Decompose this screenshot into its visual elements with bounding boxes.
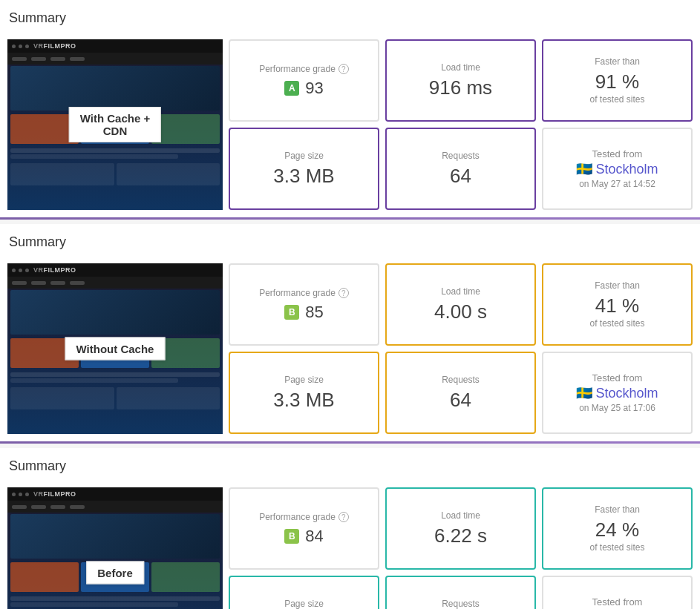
- faster-than-value: 91 %: [595, 71, 639, 93]
- section-title-with-cache-cdn: Summary: [0, 7, 700, 32]
- load-time-value: 6.22 s: [434, 525, 487, 547]
- faster-than-card-with-cache-cdn: Faster than 91 % of tested sites: [542, 39, 693, 122]
- faster-than-sub: of tested sites: [589, 542, 644, 553]
- faster-than-label: Faster than: [595, 280, 640, 291]
- section-without-cache: Summary VRFILMPRO: [0, 224, 700, 444]
- page-size-value: 3.3 MB: [273, 165, 334, 187]
- faster-than-sub: of tested sites: [589, 318, 644, 329]
- perf-grade-card-without-cache: Performance grade ? B 85: [229, 263, 379, 346]
- thumbnail-label-with-cache-cdn: With Cache + CDN: [69, 107, 161, 142]
- faster-than-label: Faster than: [595, 56, 640, 67]
- load-time-card-with-cache-cdn: Load time 916 ms: [385, 39, 536, 122]
- perf-grade-label: Performance grade ?: [259, 288, 349, 298]
- tested-from-card-without-cache: Tested from 🇸🇪 Stockholm on May 25 at 17…: [542, 352, 693, 434]
- tested-city: 🇸🇪 Stockholm: [576, 161, 658, 177]
- metrics-row-without-cache: VRFILMPRO Without Cach: [0, 256, 700, 441]
- perf-grade-label: Performance grade ?: [259, 512, 349, 522]
- tested-date: on May 27 at 14:52: [579, 179, 655, 189]
- perf-grade-value: B 84: [284, 527, 323, 546]
- metrics-grid-before: Performance grade ? B 84 Load time 6.22 …: [229, 487, 693, 609]
- requests-card-before: Requests 80: [385, 576, 536, 609]
- load-time-value: 916 ms: [429, 77, 492, 99]
- tested-from-label: Tested from: [592, 372, 643, 383]
- section-title-before: Summary: [0, 455, 700, 480]
- perf-score: 85: [305, 303, 323, 322]
- requests-card-with-cache-cdn: Requests 64: [385, 128, 536, 210]
- grade-badge: B: [284, 529, 299, 544]
- thumbnail-label-without-cache: Without Cache: [65, 338, 166, 361]
- tested-from-card-before: Tested from 🇸🇪 Stockholm on May 16 at 22…: [542, 576, 693, 609]
- page-size-label: Page size: [284, 599, 324, 609]
- tested-from-label: Tested from: [592, 596, 643, 608]
- tested-from-card-with-cache-cdn: Tested from 🇸🇪 Stockholm on May 27 at 14…: [542, 128, 693, 210]
- section-title-without-cache: Summary: [0, 231, 700, 256]
- faster-than-card-without-cache: Faster than 41 % of tested sites: [542, 263, 693, 346]
- tested-from-label: Tested from: [592, 148, 643, 159]
- metrics-grid-with-cache-cdn: Performance grade ? A 93 Load time 916 m…: [229, 39, 693, 210]
- faster-than-value: 41 %: [595, 295, 639, 317]
- load-time-value: 4.00 s: [434, 301, 487, 323]
- perf-score: 84: [305, 527, 323, 546]
- metrics-grid-without-cache: Performance grade ? B 85 Load time 4.00 …: [229, 263, 693, 434]
- perf-grade-help-icon[interactable]: ?: [338, 288, 349, 298]
- faster-than-card-before: Faster than 24 % of tested sites: [542, 487, 693, 570]
- page-size-card-with-cache-cdn: Page size 3.3 MB: [229, 128, 379, 210]
- section-divider-without-cache: [0, 441, 700, 444]
- perf-grade-value: A 93: [284, 79, 323, 98]
- requests-value: 64: [450, 389, 471, 411]
- requests-card-without-cache: Requests 64: [385, 352, 536, 434]
- thumbnail-with-cache-cdn: VRFILMPRO With Cache +: [7, 39, 223, 210]
- page-size-card-before: Page size 7.2 MB: [229, 576, 379, 609]
- perf-score: 93: [305, 79, 323, 98]
- perf-grade-value: B 85: [284, 303, 323, 322]
- perf-grade-help-icon[interactable]: ?: [338, 64, 349, 74]
- section-divider-with-cache-cdn: [0, 217, 700, 220]
- load-time-label: Load time: [441, 62, 480, 73]
- page-size-label: Page size: [284, 151, 324, 161]
- faster-than-label: Faster than: [595, 504, 640, 515]
- metrics-row-with-cache-cdn: VRFILMPRO With Cache +: [0, 32, 700, 217]
- grade-badge: B: [284, 305, 299, 320]
- requests-label: Requests: [442, 375, 480, 385]
- perf-grade-label: Performance grade ?: [259, 64, 349, 74]
- grade-badge: A: [284, 81, 299, 96]
- perf-grade-card-with-cache-cdn: Performance grade ? A 93: [229, 39, 379, 122]
- thumbnail-label-before: Before: [86, 562, 144, 585]
- requests-label: Requests: [442, 599, 480, 609]
- tested-city: 🇸🇪 Stockholm: [576, 385, 658, 401]
- load-time-card-before: Load time 6.22 s: [385, 487, 536, 570]
- section-before: Summary VRFILMPRO: [0, 448, 700, 609]
- requests-value: 64: [450, 165, 471, 187]
- thumbnail-before: VRFILMPRO Before: [7, 487, 223, 609]
- load-time-card-without-cache: Load time 4.00 s: [385, 263, 536, 346]
- load-time-label: Load time: [441, 510, 480, 521]
- perf-grade-help-icon[interactable]: ?: [338, 512, 349, 522]
- perf-grade-card-before: Performance grade ? B 84: [229, 487, 379, 570]
- load-time-label: Load time: [441, 286, 480, 297]
- flag-icon: 🇸🇪: [576, 385, 592, 401]
- faster-than-sub: of tested sites: [589, 94, 644, 105]
- requests-label: Requests: [442, 151, 480, 161]
- section-with-cache-cdn: Summary VRFILMPRO: [0, 0, 700, 220]
- page-size-value: 3.3 MB: [273, 389, 334, 411]
- faster-than-value: 24 %: [595, 519, 639, 541]
- page-size-label: Page size: [284, 375, 324, 385]
- tested-date: on May 25 at 17:06: [579, 403, 655, 413]
- flag-icon: 🇸🇪: [576, 161, 592, 177]
- page-size-card-without-cache: Page size 3.3 MB: [229, 352, 379, 434]
- metrics-row-before: VRFILMPRO Before: [0, 480, 700, 609]
- thumbnail-without-cache: VRFILMPRO Without Cach: [7, 263, 223, 434]
